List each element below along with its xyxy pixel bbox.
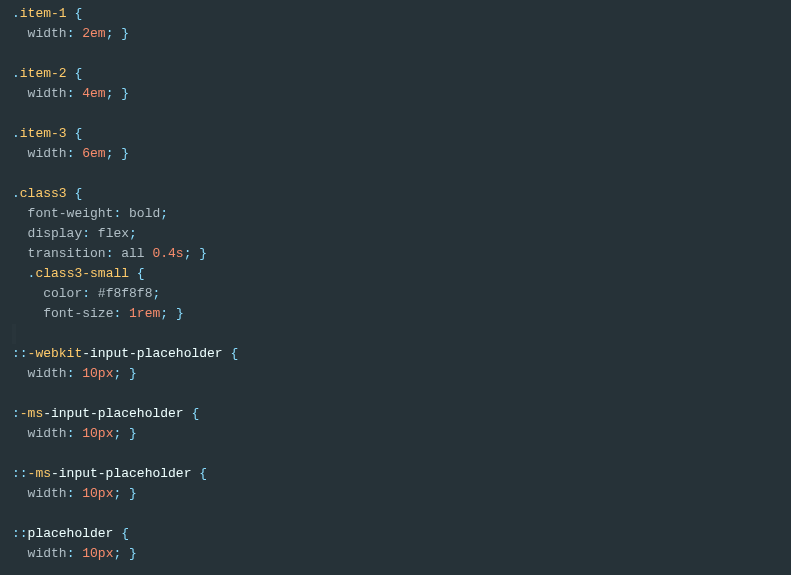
code-line[interactable]: width: 4em; } xyxy=(12,84,791,104)
code-line[interactable]: .item-3 { xyxy=(12,124,791,144)
code-line[interactable]: width: 10px; } xyxy=(12,424,791,444)
code-line[interactable]: transition: all 0.4s; } xyxy=(12,244,791,264)
code-line[interactable]: width: 10px; } xyxy=(12,484,791,504)
code-line[interactable]: ::placeholder { xyxy=(12,524,791,544)
code-line[interactable]: :-ms-input-placeholder { xyxy=(12,404,791,424)
code-line[interactable]: width: 6em; } xyxy=(12,144,791,164)
code-line[interactable]: ::-webkit-input-placeholder { xyxy=(12,344,791,364)
code-line[interactable] xyxy=(12,324,791,344)
code-line[interactable]: display: flex; xyxy=(12,224,791,244)
code-line[interactable] xyxy=(12,44,791,64)
code-line[interactable]: ::-ms-input-placeholder { xyxy=(12,464,791,484)
code-line[interactable]: .item-1 { xyxy=(12,4,791,24)
code-line[interactable]: .class3 { xyxy=(12,184,791,204)
code-line[interactable] xyxy=(12,384,791,404)
cursor xyxy=(12,324,16,344)
code-line[interactable] xyxy=(12,504,791,524)
code-line[interactable]: width: 10px; } xyxy=(12,364,791,384)
code-line[interactable]: font-size: 1rem; } xyxy=(12,304,791,324)
code-line[interactable]: width: 2em; } xyxy=(12,24,791,44)
code-editor[interactable]: .item-1 { width: 2em; }.item-2 { width: … xyxy=(0,4,791,564)
code-line[interactable]: font-weight: bold; xyxy=(12,204,791,224)
code-line[interactable]: .item-2 { xyxy=(12,64,791,84)
code-line[interactable] xyxy=(12,444,791,464)
code-line[interactable]: width: 10px; } xyxy=(12,544,791,564)
code-line[interactable]: .class3-small { xyxy=(12,264,791,284)
code-line[interactable]: color: #f8f8f8; xyxy=(12,284,791,304)
code-line[interactable] xyxy=(12,104,791,124)
code-line[interactable] xyxy=(12,164,791,184)
